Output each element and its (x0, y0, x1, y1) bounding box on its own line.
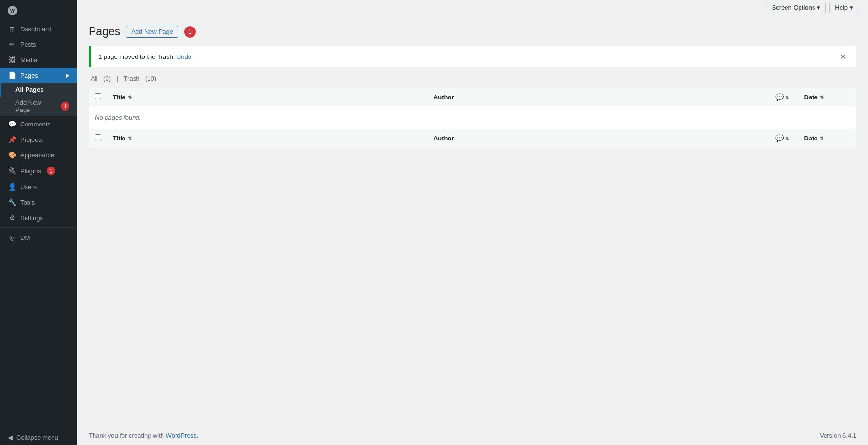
appearance-icon: 🎨 (8, 151, 16, 159)
sidebar-label-comments: Comments (20, 121, 51, 128)
help-arrow-icon: ▾ (850, 4, 853, 11)
add-new-page-button[interactable]: Add New Page (126, 26, 178, 38)
add-new-page-label: Add New Page (15, 99, 56, 113)
filter-trash-link[interactable]: Trash (10) (122, 75, 159, 82)
footer-title-column: Title ⇅ (107, 129, 428, 147)
sidebar-item-divi[interactable]: ◎ Divi (0, 230, 77, 245)
media-icon: 🖼 (8, 56, 16, 64)
screen-options-label: Screen Options (772, 4, 815, 11)
page-title: Pages (89, 25, 120, 38)
author-column-header: Author (428, 88, 770, 106)
pages-icon: 📄 (8, 71, 16, 79)
topbar: Screen Options ▾ Help ▾ (77, 0, 868, 15)
sidebar-label-media: Media (20, 56, 37, 64)
date-sort-icon: ⇅ (820, 95, 824, 100)
collapse-icon: ◀ (8, 434, 13, 441)
pages-table: Title ⇅ Author 💬 ⇅ Date ⇅ (89, 88, 856, 147)
footer-title-sort-icon: ⇅ (128, 136, 132, 141)
footer-select-all-checkbox[interactable] (95, 134, 101, 140)
wordpress-link[interactable]: WordPress (166, 432, 197, 439)
topbar-buttons: Screen Options ▾ Help ▾ (767, 2, 858, 13)
filter-links: All (0) | Trash (10) (89, 75, 856, 82)
pages-chevron: ▶ (66, 72, 69, 79)
footer-author-column: Author (428, 129, 770, 147)
date-sort-link[interactable]: Date ⇅ (804, 94, 851, 101)
sidebar-label-appearance: Appearance (20, 152, 54, 159)
title-sort-link[interactable]: Title ⇅ (113, 94, 422, 101)
footer-checkbox-column (89, 129, 108, 147)
sidebar-item-media[interactable]: 🖼 Media (0, 52, 77, 68)
all-pages-label: All Pages (15, 86, 44, 93)
footer-comments-sort: ⇅ (785, 136, 789, 141)
footer-title-sort-link[interactable]: Title ⇅ (113, 135, 422, 142)
header-badge: 1 (184, 26, 196, 38)
sidebar-item-posts[interactable]: ✏ Posts (0, 37, 77, 52)
footer-date-sort-link[interactable]: Date ⇅ (804, 135, 851, 142)
screen-options-arrow-icon: ▾ (817, 4, 820, 11)
add-new-page-badge: 1 (61, 102, 69, 111)
title-column-header: Title ⇅ (107, 88, 428, 106)
sidebar-label-plugins: Plugins (20, 167, 41, 175)
collapse-label: Collapse menu (16, 434, 58, 441)
sidebar: W ⊞ Dashboard ✏ Posts 🖼 Media 📄 Pages ▶ … (0, 0, 77, 445)
title-sort-icon: ⇅ (128, 95, 132, 100)
help-label: Help (835, 4, 848, 11)
sidebar-label-divi: Divi (20, 234, 31, 241)
sidebar-item-projects[interactable]: 📌 Projects (0, 132, 77, 147)
sidebar-item-settings[interactable]: ⚙ Settings (0, 210, 77, 225)
sidebar-item-pages[interactable]: 📄 Pages ▶ (0, 68, 77, 83)
no-pages-row: No pages found. (89, 106, 856, 129)
select-all-checkbox[interactable] (95, 93, 101, 99)
main-content: Screen Options ▾ Help ▾ Pages Add New Pa… (77, 0, 868, 445)
filter-separator: | (117, 75, 118, 82)
tools-icon: 🔧 (8, 198, 16, 206)
screen-options-button[interactable]: Screen Options ▾ (767, 2, 826, 13)
sidebar-label-dashboard: Dashboard (20, 26, 51, 33)
sidebar-logo: W (0, 0, 77, 21)
sidebar-item-users[interactable]: 👤 Users (0, 179, 77, 195)
content-area: Pages Add New Page 1 1 page moved to the… (77, 15, 868, 426)
footer-date-sort-icon: ⇅ (820, 136, 824, 141)
sidebar-label-settings: Settings (20, 214, 43, 222)
filter-all-link[interactable]: All (0) (89, 75, 115, 82)
sidebar-item-tools[interactable]: 🔧 Tools (0, 195, 77, 210)
footer-text: Thank you for creating with WordPress. (89, 432, 198, 439)
notice-close-button[interactable]: ✕ (837, 51, 849, 62)
footer-comments-column: 💬 ⇅ (770, 129, 799, 147)
select-all-column (89, 88, 108, 106)
sidebar-sub-add-new-page[interactable]: Add New Page 1 (0, 96, 77, 116)
sidebar-label-projects: Projects (20, 136, 43, 143)
users-icon: 👤 (8, 183, 16, 191)
trash-notice: 1 page moved to the Trash. Undo ✕ (89, 46, 856, 67)
page-footer: Thank you for creating with WordPress. V… (77, 426, 868, 445)
date-column-header: Date ⇅ (799, 88, 856, 106)
wp-logo-icon: W (8, 6, 17, 15)
help-button[interactable]: Help ▾ (829, 2, 858, 13)
divi-icon: ◎ (8, 234, 16, 241)
comments-sort-arrows: ⇅ (785, 95, 789, 100)
plugins-icon: 🔌 (8, 167, 16, 175)
no-pages-message: No pages found. (89, 106, 856, 129)
comments-sort-icon: 💬 (775, 93, 784, 101)
sidebar-sub-all-pages[interactable]: All Pages (0, 83, 77, 96)
projects-icon: 📌 (8, 136, 16, 143)
notice-text: 1 page moved to the Trash. Undo (98, 53, 191, 60)
sidebar-divider (0, 227, 77, 228)
settings-icon: ⚙ (8, 214, 16, 222)
collapse-menu-button[interactable]: ◀ Collapse menu (0, 430, 77, 445)
plugins-badge: 1 (47, 167, 55, 175)
undo-link[interactable]: Undo (176, 53, 191, 60)
sidebar-item-dashboard[interactable]: ⊞ Dashboard (0, 21, 77, 37)
sidebar-item-comments[interactable]: 💬 Comments (0, 116, 77, 132)
sidebar-label-users: Users (20, 183, 37, 191)
comments-icon: 💬 (8, 120, 16, 128)
dashboard-icon: ⊞ (8, 25, 16, 33)
comments-column-header: 💬 ⇅ (770, 88, 799, 106)
footer-comments-icon: 💬 (775, 134, 784, 142)
sidebar-item-appearance[interactable]: 🎨 Appearance (0, 147, 77, 163)
sidebar-item-plugins[interactable]: 🔌 Plugins 1 (0, 163, 77, 179)
page-header: Pages Add New Page 1 (89, 25, 856, 38)
footer-date-column: Date ⇅ (799, 129, 856, 147)
table-header-row: Title ⇅ Author 💬 ⇅ Date ⇅ (89, 88, 856, 106)
sidebar-label-posts: Posts (20, 41, 36, 48)
